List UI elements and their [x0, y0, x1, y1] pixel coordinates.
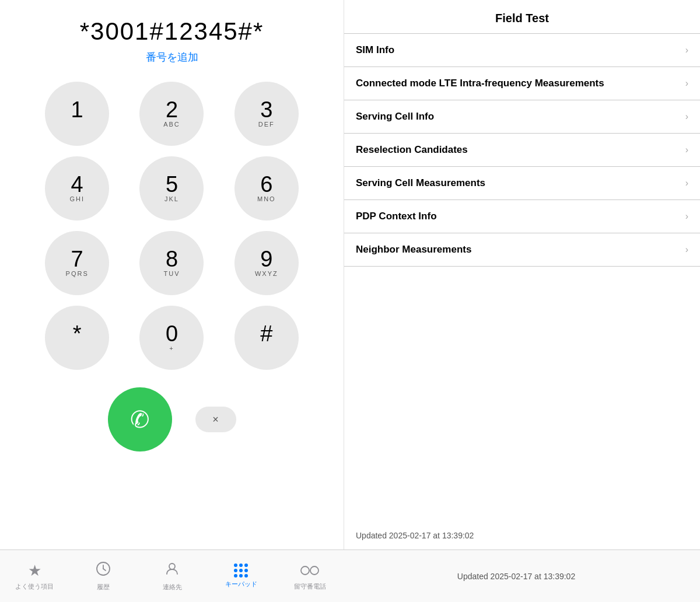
chevron-right-icon: ›: [685, 145, 688, 155]
menu-list: SIM Info›Connected mode LTE Intra-freque…: [344, 34, 700, 522]
chevron-right-icon: ›: [685, 45, 688, 55]
tab-label-3: キーパッド: [225, 580, 257, 589]
key-main-label: *: [73, 323, 82, 345]
menu-item-0[interactable]: SIM Info›: [344, 34, 700, 67]
menu-item-2[interactable]: Serving Cell Info›: [344, 100, 700, 134]
menu-item-1[interactable]: Connected mode LTE Intra-frequency Measu…: [344, 67, 700, 100]
key-button-2[interactable]: 2ABC: [139, 82, 204, 146]
tab-icon-2: [164, 561, 180, 580]
tab-item-0[interactable]: ★よく使う項目: [0, 561, 69, 592]
chevron-right-icon: ›: [685, 111, 688, 122]
key-sub-label: GHI: [69, 195, 85, 204]
key-button-5[interactable]: 5JKL: [139, 156, 204, 220]
updated-text: Updated 2025-02-17 at 13:39:02: [344, 572, 700, 581]
tab-icon-1: [96, 561, 111, 580]
key-button-6[interactable]: 6MNO: [235, 156, 299, 220]
menu-item-3[interactable]: Reselection Candidates›: [344, 134, 700, 167]
key-sub-label: DEF: [258, 121, 275, 129]
key-main-label: 1: [71, 99, 83, 121]
svg-point-3: [169, 564, 175, 569]
tab-label-4: 留守番電話: [294, 582, 326, 591]
add-number-button[interactable]: 番号を追加: [146, 50, 198, 64]
key-main-label: #: [260, 323, 272, 345]
dialer-panel: *3001#12345#* 番号を追加 12ABC3DEF4GHI5JKL6MN…: [0, 0, 344, 550]
key-main-label: 0: [166, 323, 178, 345]
menu-item-label: Connected mode LTE Intra-frequency Measu…: [356, 78, 604, 89]
menu-item-label: Neighbor Measurements: [356, 244, 471, 256]
key-main-label: 7: [71, 248, 83, 270]
key-button-3[interactable]: 3DEF: [235, 82, 299, 146]
key-button-4[interactable]: 4GHI: [45, 156, 109, 220]
key-button-8[interactable]: 8TUV: [139, 231, 204, 295]
menu-item-label: SIM Info: [356, 44, 394, 56]
dialer-number: *3001#12345#*: [80, 18, 264, 46]
menu-item-label: Serving Cell Info: [356, 111, 434, 123]
tab-icon-0: ★: [28, 562, 41, 580]
tab-item-1[interactable]: 履歴: [69, 561, 138, 592]
menu-item-5[interactable]: PDP Context Info›: [344, 200, 700, 233]
key-sub-label: PQRS: [66, 270, 89, 278]
tab-bar: ★よく使う項目履歴連絡先キーパッド留守番電話 Updated 2025-02-1…: [0, 550, 700, 602]
svg-line-2: [103, 569, 106, 570]
tab-icon-4: [300, 562, 319, 580]
field-test-panel: Field Test SIM Info›Connected mode LTE I…: [344, 0, 700, 550]
key-sub-label: +: [169, 345, 174, 353]
delete-icon: ×: [212, 414, 219, 426]
key-sub-label: WXYZ: [255, 270, 278, 278]
svg-point-4: [301, 566, 309, 575]
tab-item-3[interactable]: キーパッド: [206, 561, 275, 592]
key-button-9[interactable]: 9WXYZ: [235, 231, 299, 295]
menu-item-label: PDP Context Info: [356, 211, 437, 222]
tab-label-0: よく使う項目: [15, 582, 54, 591]
key-main-label: 6: [260, 173, 272, 195]
chevron-right-icon: ›: [685, 178, 688, 188]
delete-button[interactable]: ×: [195, 407, 236, 432]
chevron-right-icon: ›: [685, 244, 688, 255]
key-button-1[interactable]: 1: [45, 82, 109, 146]
dialer-tabs: ★よく使う項目履歴連絡先キーパッド留守番電話: [0, 561, 344, 592]
key-sub-label: TUV: [163, 270, 180, 278]
chevron-right-icon: ›: [685, 78, 688, 89]
key-main-label: 5: [166, 173, 178, 195]
call-button[interactable]: ✆: [108, 387, 172, 452]
key-button-0[interactable]: 0+: [139, 306, 204, 370]
key-button-7[interactable]: 7PQRS: [45, 231, 109, 295]
chevron-right-icon: ›: [685, 211, 688, 222]
key-main-label: 8: [166, 248, 178, 270]
key-main-label: 2: [166, 99, 178, 121]
key-main-label: 4: [71, 173, 83, 195]
menu-item-4[interactable]: Serving Cell Measurements›: [344, 167, 700, 200]
svg-point-5: [310, 566, 318, 575]
field-test-footer: Updated 2025-02-17 at 13:39:02: [344, 522, 700, 550]
key-sub-label: ABC: [163, 121, 180, 129]
key-sub-label: MNO: [257, 195, 276, 204]
tab-label-1: 履歴: [97, 583, 110, 592]
phone-icon: ✆: [130, 406, 150, 433]
keypad-grid: 12ABC3DEF4GHI5JKL6MNO7PQRS8TUV9WXYZ*0+#: [0, 82, 344, 370]
call-row: ✆ ×: [108, 387, 236, 452]
key-button-*[interactable]: *: [45, 306, 109, 370]
key-main-label: 3: [260, 99, 272, 121]
field-test-title: Field Test: [344, 12, 700, 34]
key-sub-label: JKL: [164, 195, 179, 204]
tab-item-2[interactable]: 連絡先: [138, 561, 206, 592]
key-main-label: 9: [260, 248, 272, 270]
menu-item-6[interactable]: Neighbor Measurements›: [344, 233, 700, 267]
tab-label-2: 連絡先: [163, 583, 182, 592]
menu-item-label: Reselection Candidates: [356, 144, 468, 156]
tab-item-4[interactable]: 留守番電話: [275, 561, 344, 592]
menu-item-label: Serving Cell Measurements: [356, 177, 485, 189]
keypad-icon: [234, 564, 248, 578]
key-button-#[interactable]: #: [235, 306, 299, 370]
